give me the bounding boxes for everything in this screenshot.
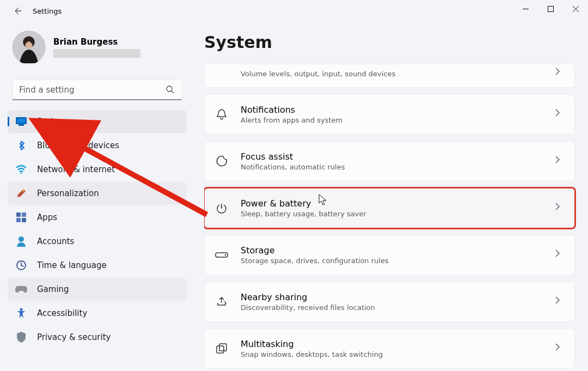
profile-email-redacted	[53, 49, 140, 58]
sidebar-item-personalization[interactable]: Personalization	[8, 182, 187, 205]
card-subtitle: Storage space, drives, configuration rul…	[241, 257, 554, 265]
card-storage[interactable]: Storage Storage space, drives, configura…	[204, 235, 575, 275]
sidebar-item-gaming[interactable]: Gaming	[8, 278, 187, 301]
main-panel: System Volume levels, output, input, sou…	[189, 22, 581, 369]
card-multitasking[interactable]: Multitasking Snap windows, desktops, tas…	[204, 329, 575, 369]
card-subtitle: Alerts from apps and system	[241, 116, 554, 124]
chevron-right-icon	[554, 343, 566, 355]
card-power[interactable]: Power & battery Sleep, battery usage, ba…	[204, 188, 575, 228]
sidebar-item-label: Gaming	[37, 284, 69, 294]
chevron-right-icon	[554, 296, 566, 308]
notifications-icon	[213, 106, 230, 123]
nearby-icon	[213, 294, 230, 310]
sidebar-item-label: Bluetooth & devices	[37, 141, 119, 150]
multitasking-icon	[213, 340, 230, 357]
window-title: Settings	[33, 7, 62, 15]
sidebar: Brian Burgess Find a setting SystemBluet…	[7, 22, 189, 369]
card-title: Nearby sharing	[241, 292, 554, 302]
svg-rect-21	[217, 346, 224, 353]
gaming-icon	[15, 283, 27, 295]
chevron-right-icon	[554, 67, 566, 79]
card-subtitle: Notifications, automatic rules	[241, 163, 554, 171]
personalization-icon	[15, 187, 27, 199]
sound-icon	[213, 65, 230, 81]
window-controls	[513, 0, 588, 17]
sidebar-item-system[interactable]: System	[8, 110, 187, 133]
card-notifications[interactable]: Notifications Alerts from apps and syste…	[204, 94, 575, 135]
svg-rect-22	[219, 344, 226, 351]
bluetooth-icon	[15, 139, 27, 151]
sidebar-item-accessibility[interactable]: Accessibility	[8, 302, 187, 325]
svg-rect-6	[17, 119, 25, 123]
sidebar-item-network[interactable]: Network & internet	[8, 158, 187, 181]
sidebar-item-apps[interactable]: Apps	[8, 206, 187, 229]
titlebar: Settings	[0, 0, 588, 22]
accessibility-icon	[15, 307, 27, 319]
search-placeholder: Find a setting	[19, 85, 166, 95]
card-focus[interactable]: Focus assist Notifications, automatic ru…	[204, 141, 575, 181]
chevron-right-icon	[554, 155, 566, 167]
back-button[interactable]	[10, 3, 25, 19]
card-title: Storage	[241, 245, 554, 256]
accounts-icon	[15, 235, 27, 247]
card-subtitle: Sleep, battery usage, battery saver	[241, 210, 554, 218]
sidebar-item-label: Personalization	[37, 188, 99, 198]
card-nearby[interactable]: Nearby sharing Discoverability, received…	[204, 282, 575, 322]
sidebar-item-bluetooth[interactable]: Bluetooth & devices	[8, 134, 187, 157]
card-title: Notifications	[241, 105, 554, 115]
card-title: Power & battery	[241, 198, 554, 209]
privacy-icon	[15, 331, 27, 343]
minimize-button[interactable]	[513, 0, 538, 17]
card-sound[interactable]: Volume levels, output, input, sound devi…	[204, 64, 575, 88]
sidebar-item-label: System	[37, 117, 68, 126]
sidebar-item-privacy[interactable]: Privacy & security	[8, 326, 187, 349]
svg-rect-10	[16, 212, 21, 217]
svg-rect-11	[22, 212, 26, 217]
page-title: System	[204, 33, 578, 52]
sidebar-item-time[interactable]: Time & language	[8, 254, 187, 277]
profile-name: Brian Burgess	[53, 37, 140, 47]
card-subtitle: Volume levels, output, input, sound devi…	[241, 70, 554, 78]
chevron-right-icon	[554, 202, 566, 214]
sidebar-item-label: Privacy & security	[37, 332, 111, 342]
profile-block[interactable]: Brian Burgess	[8, 25, 187, 73]
focus-icon	[213, 153, 230, 169]
close-button[interactable]	[563, 0, 588, 17]
power-icon	[213, 200, 230, 216]
storage-icon	[213, 247, 230, 263]
sidebar-item-label: Accessibility	[37, 308, 87, 318]
card-subtitle: Discoverability, received files location	[241, 303, 554, 312]
svg-point-8	[21, 173, 22, 174]
svg-point-16	[20, 308, 23, 311]
svg-point-4	[167, 86, 172, 92]
card-title: Multitasking	[241, 339, 554, 349]
card-title: Focus assist	[241, 151, 554, 162]
sidebar-item-label: Network & internet	[37, 165, 115, 174]
svg-rect-13	[22, 218, 26, 222]
sidebar-item-label: Accounts	[37, 236, 74, 246]
svg-point-14	[19, 236, 24, 242]
maximize-button[interactable]	[538, 0, 563, 17]
sidebar-item-accounts[interactable]: Accounts	[8, 230, 187, 253]
system-icon	[15, 115, 27, 127]
svg-rect-12	[16, 218, 21, 222]
network-icon	[15, 163, 27, 175]
avatar	[12, 31, 46, 64]
svg-point-20	[225, 254, 226, 256]
sidebar-item-label: Time & language	[37, 260, 107, 270]
svg-rect-7	[19, 124, 24, 126]
svg-rect-0	[548, 6, 553, 11]
chevron-right-icon	[554, 249, 566, 261]
apps-icon	[15, 211, 27, 223]
search-input[interactable]: Find a setting	[12, 80, 182, 100]
sidebar-item-label: Apps	[37, 212, 57, 222]
chevron-right-icon	[554, 108, 566, 120]
search-icon	[166, 85, 175, 95]
card-subtitle: Snap windows, desktops, task switching	[241, 350, 554, 358]
time-icon	[15, 259, 27, 271]
